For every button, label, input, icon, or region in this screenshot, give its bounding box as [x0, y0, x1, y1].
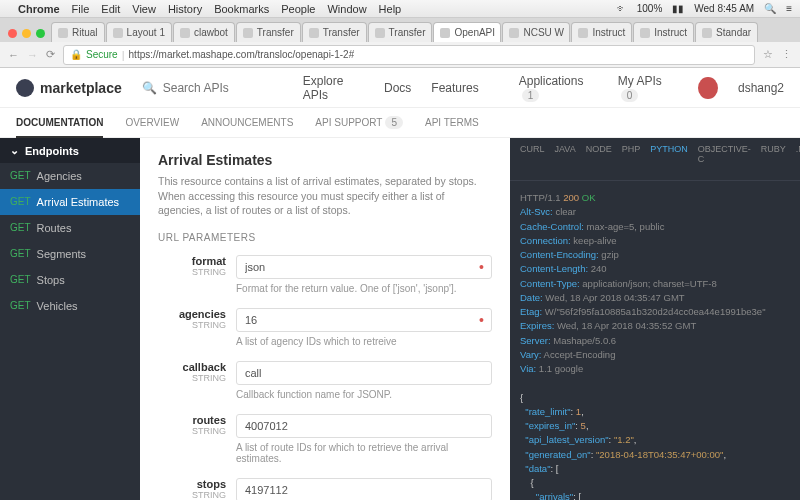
search-wrap[interactable]: 🔍 [142, 81, 263, 95]
tab-label: Transfer [389, 27, 426, 38]
applications-label: Applications [519, 74, 584, 88]
search-input[interactable] [163, 81, 263, 95]
subnav-item[interactable]: API SUPPORT5 [315, 117, 403, 128]
brand-name: marketplace [40, 80, 122, 96]
menu-help[interactable]: Help [379, 3, 402, 15]
url-text: https://market.mashape.com/transloc/open… [129, 49, 355, 60]
subnav-item[interactable]: DOCUMENTATION [16, 117, 103, 138]
nav-myapis[interactable]: My APIs 0 [618, 74, 679, 102]
browser-tab[interactable]: OpenAPI [433, 22, 501, 42]
favicon-icon [640, 28, 650, 38]
favicon-icon [509, 28, 519, 38]
sidebar-item[interactable]: GETStops [0, 267, 140, 293]
close-window-icon[interactable] [8, 29, 17, 38]
menu-history[interactable]: History [168, 3, 202, 15]
favicon-icon [113, 28, 123, 38]
menu-bookmarks[interactable]: Bookmarks [214, 3, 269, 15]
subnav-item[interactable]: ANNOUNCEMENTS [201, 117, 293, 128]
forward-icon[interactable]: → [27, 49, 38, 61]
browser-tab[interactable]: Transfer [302, 22, 367, 42]
sidebar-item[interactable]: GETAgencies [0, 163, 140, 189]
menu-app[interactable]: Chrome [18, 3, 60, 15]
sidebar-item[interactable]: GETArrival Estimates [0, 189, 140, 215]
nav-applications[interactable]: Applications 1 [519, 74, 598, 102]
param-row: agenciesSTRINGA list of agency IDs which… [158, 308, 492, 357]
wifi-icon[interactable]: ᯤ [617, 3, 627, 14]
secure-label: Secure [86, 49, 118, 60]
menu-edit[interactable]: Edit [101, 3, 120, 15]
param-input[interactable] [236, 308, 492, 332]
code-tab[interactable]: JAVA [555, 144, 576, 174]
zoom-window-icon[interactable] [36, 29, 45, 38]
tab-label: Transfer [257, 27, 294, 38]
code-tab[interactable]: RUBY [761, 144, 786, 174]
window-controls[interactable] [4, 29, 51, 42]
sidebar-heading-label: Endpoints [25, 145, 79, 157]
subnav-item[interactable]: OVERVIEW [125, 117, 179, 128]
nav-features[interactable]: Features [431, 81, 478, 95]
param-name: routes [158, 414, 226, 426]
extensions-icon[interactable]: ⋮ [781, 48, 792, 61]
param-input[interactable] [236, 361, 492, 385]
browser-tab[interactable]: clawbot [173, 22, 235, 42]
code-tab[interactable]: NODE [586, 144, 612, 174]
url-field[interactable]: 🔒 Secure | https://market.mashape.com/tr… [63, 45, 755, 65]
param-input[interactable] [236, 478, 492, 500]
code-tab[interactable]: PHP [622, 144, 641, 174]
back-icon[interactable]: ← [8, 49, 19, 61]
subnav-item[interactable]: API TERMS [425, 117, 479, 128]
param-row: callbackSTRINGCallback function name for… [158, 361, 492, 410]
browser-tab[interactable]: Layout 1 [106, 22, 172, 42]
browser-tab[interactable]: Transfer [236, 22, 301, 42]
browser-tab[interactable]: Instruct [571, 22, 632, 42]
tab-label: NCSU W [523, 27, 564, 38]
star-icon[interactable]: ☆ [763, 48, 773, 61]
menu-window[interactable]: Window [327, 3, 366, 15]
favicon-icon [180, 28, 190, 38]
menu-file[interactable]: File [72, 3, 90, 15]
param-name: callback [158, 361, 226, 373]
browser-tab[interactable]: Standar [695, 22, 758, 42]
reload-icon[interactable]: ⟳ [46, 48, 55, 61]
page-description: This resource contains a list of arrival… [158, 174, 492, 218]
spotlight-icon[interactable]: 🔍 [764, 3, 776, 14]
param-input[interactable] [236, 414, 492, 438]
code-tab[interactable]: OBJECTIVE-C [698, 144, 751, 174]
nav-explore[interactable]: Explore APIs [303, 74, 364, 102]
username[interactable]: dshang2 [738, 81, 784, 95]
subnav-badge: 5 [385, 116, 403, 129]
http-method: GET [10, 196, 31, 208]
code-panel: CURLJAVANODEPHPPYTHONOBJECTIVE-CRUBY.NET… [510, 138, 800, 500]
tab-label: Instruct [592, 27, 625, 38]
brand-logo[interactable]: marketplace [16, 79, 122, 97]
doc-content: Arrival Estimates This resource contains… [140, 138, 510, 500]
endpoint-label: Routes [37, 222, 72, 234]
sidebar-item[interactable]: GETRoutes [0, 215, 140, 241]
code-tab[interactable]: .NET [796, 144, 800, 174]
browser-tab[interactable]: Instruct [633, 22, 694, 42]
battery-pct: 100% [637, 3, 663, 14]
http-method: GET [10, 170, 31, 182]
param-row: formatSTRINGFormat for the return value.… [158, 255, 492, 304]
avatar[interactable] [698, 77, 718, 99]
browser-tab[interactable]: Transfer [368, 22, 433, 42]
code-tab[interactable]: PYTHON [650, 144, 688, 174]
param-input[interactable] [236, 255, 492, 279]
mac-menubar: Chrome File Edit View History Bookmarks … [0, 0, 800, 18]
tab-label: Instruct [654, 27, 687, 38]
http-method: GET [10, 300, 31, 312]
menu-view[interactable]: View [132, 3, 156, 15]
browser-tab[interactable]: Ritual [51, 22, 105, 42]
nav-docs[interactable]: Docs [384, 81, 411, 95]
menu-people[interactable]: People [281, 3, 315, 15]
param-type: STRING [158, 320, 226, 330]
menu-icon[interactable]: ≡ [786, 3, 792, 14]
endpoint-label: Segments [37, 248, 87, 260]
sidebar-item[interactable]: GETVehicles [0, 293, 140, 319]
favicon-icon [309, 28, 319, 38]
sidebar-heading[interactable]: ⌄ Endpoints [0, 138, 140, 163]
browser-tab[interactable]: NCSU W [502, 22, 570, 42]
code-tab[interactable]: CURL [520, 144, 545, 174]
minimize-window-icon[interactable] [22, 29, 31, 38]
sidebar-item[interactable]: GETSegments [0, 241, 140, 267]
